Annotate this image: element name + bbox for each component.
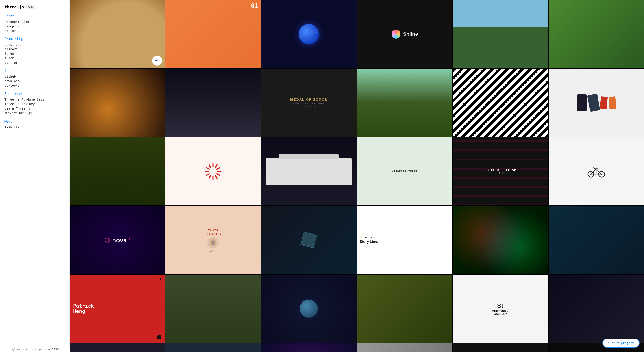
nav-journey[interactable]: Three.js Journey [4, 102, 65, 106]
main-content: NASA 01 Spline [70, 0, 644, 352]
grid-item-purple-head[interactable] [261, 343, 356, 352]
svg-line-5 [215, 175, 217, 178]
grid-item-gray-abstract[interactable] [357, 343, 452, 352]
nav-japanese[interactable]: 初めてのThree.js [4, 111, 65, 116]
svg-line-8 [206, 174, 209, 175]
projects-grid: NASA 01 Spline [70, 0, 644, 352]
nav-examples[interactable]: examples [4, 24, 65, 29]
grid-item-bike[interactable] [549, 137, 644, 206]
nav-learn[interactable]: Learn Three.js [4, 106, 65, 111]
status-bar: https://eyes.nasa.gov/apps/mars2020/ [0, 347, 70, 352]
section-resources: Resources [4, 92, 65, 96]
grid-item-globe[interactable] [261, 0, 356, 68]
grid-item-fruit-chars[interactable] [70, 137, 165, 206]
grid-item-artist[interactable] [165, 275, 260, 343]
nav-fundamentals[interactable]: Three.js Fundamentals [4, 97, 65, 102]
grid-item-gold-shapes[interactable] [70, 69, 165, 137]
nav-slack[interactable]: slack [4, 56, 65, 60]
grid-item-patrick[interactable]: Patrick Heng [70, 275, 165, 343]
grid-item-shutdown[interactable]: S↓ SHUTDOWN GALLERY [453, 275, 548, 343]
grid-item-future-edu[interactable]: FUTURE EDUCATION ▐▌ SDU ← [165, 206, 260, 274]
svg-line-7 [209, 175, 211, 178]
nav-editor[interactable]: editor [4, 29, 65, 33]
grid-item-nasa[interactable]: NASA [70, 0, 165, 68]
grid-item-room[interactable]: 01 [165, 0, 260, 68]
nav-questions[interactable]: questions [4, 42, 65, 47]
grid-item-medal[interactable]: MEDAL OF HONOR ABOVE AND BEYOND MAGIC TR… [261, 69, 356, 137]
section-code: Code [4, 69, 65, 73]
grid-item-colorful[interactable] [549, 0, 644, 68]
grid-item-white-car[interactable] [261, 137, 356, 206]
grid-item-voice-racism[interactable]: VOICE OF RACISM .CO.NZ [453, 137, 548, 206]
nav-documentation[interactable]: documentation [4, 20, 65, 24]
grid-item-spline[interactable]: Spline [357, 0, 452, 68]
grid-item-hubs[interactable]: hubs by [165, 343, 260, 352]
svg-line-1 [215, 164, 217, 167]
grid-item-weed[interactable]: WEEDENSENTERET [357, 137, 452, 206]
nav-devtools[interactable]: devtools [4, 83, 65, 88]
section-merch: Merch [4, 120, 65, 124]
nav-tshirts[interactable]: T-Shirts [4, 125, 65, 129]
site-title[interactable]: three.js [4, 5, 24, 9]
svg-line-4 [217, 174, 220, 175]
submit-project-button[interactable]: submit project [602, 338, 640, 347]
section-learn: Learn [4, 14, 65, 18]
svg-line-10 [206, 167, 209, 169]
svg-line-2 [217, 167, 220, 169]
status-url: https://eyes.nasa.gov/apps/mars2020/ [2, 348, 60, 351]
grid-item-cubes[interactable] [261, 206, 356, 274]
svg-line-11 [209, 164, 211, 167]
nav-forum[interactable]: forum [4, 51, 65, 56]
grid-item-thefeed[interactable]: ⚡ THE FEED Story Line. [357, 206, 452, 274]
nav-download[interactable]: download [4, 79, 65, 83]
grid-item-nova[interactable]: ⬡ nova ® [70, 206, 165, 274]
grid-item-construction[interactable] [357, 275, 452, 343]
grid-item-green-scene[interactable] [357, 69, 452, 137]
grid-item-stripes[interactable] [453, 69, 548, 137]
grid-item-mecabricks[interactable]: @锤工建金技术社MECABRICKS [453, 343, 548, 352]
grid-item-meca[interactable] [549, 275, 644, 343]
nav-github[interactable]: github [4, 74, 65, 79]
section-community: Community [4, 37, 65, 41]
grid-item-face[interactable] [165, 69, 260, 137]
nav-twitter[interactable]: twitter [4, 60, 65, 65]
svg-line-22 [594, 167, 595, 168]
grid-item-heatmap[interactable] [453, 206, 548, 274]
grid-item-landscape[interactable] [453, 0, 548, 68]
sidebar: three.js r137 Learn documentation exampl… [0, 0, 70, 352]
grid-item-red-burst[interactable] [165, 137, 260, 206]
nav-discord[interactable]: discord [4, 47, 65, 51]
version-badge: r137 [26, 5, 35, 9]
grid-item-earth-globe[interactable] [261, 275, 356, 343]
grid-item-teal-3d[interactable] [549, 206, 644, 274]
grid-item-beatmapper[interactable]: Beatmapper [70, 343, 165, 352]
title-row: three.js r137 [4, 5, 65, 9]
grid-item-phones[interactable] [549, 69, 644, 137]
